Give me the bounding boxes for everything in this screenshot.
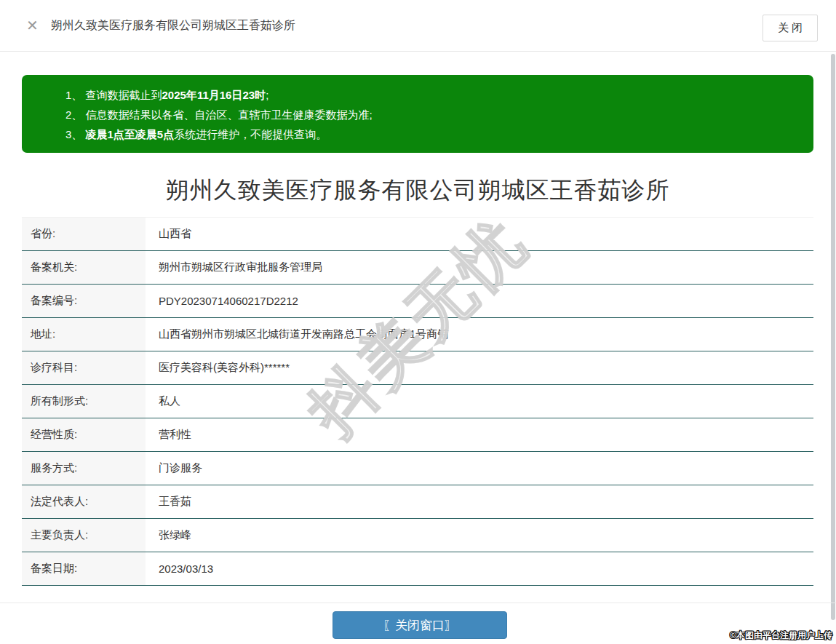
row-value: 营利性 (146, 418, 813, 451)
table-row-filing-authority: 备案机关: 朔州市朔城区行政审批服务管理局 (22, 251, 813, 285)
row-value: PDY20230714060217D2212 (146, 285, 813, 317)
notice-box: 1、 查询数据截止到2025年11月16日23时; 2、 信息数据结果以各省、自… (22, 75, 813, 153)
scrollbar-track[interactable] (830, 52, 836, 644)
row-value: 医疗美容科(美容外科)****** (146, 351, 813, 384)
table-row-filing-number: 备案编号: PDY20230714060217D2212 (22, 285, 813, 318)
table-row-address: 地址: 山西省朔州市朔城区北城街道开发南路总工会街面房1号商铺 (22, 318, 813, 351)
row-value: 朔州市朔城区行政审批服务管理局 (146, 251, 813, 284)
row-label: 服务方式: (22, 452, 146, 485)
row-value: 2023/03/13 (146, 552, 813, 585)
table-row-service-mode: 服务方式: 门诊服务 (22, 452, 813, 485)
info-table: 省份: 山西省 备案机关: 朔州市朔城区行政审批服务管理局 备案编号: PDY2… (22, 217, 813, 586)
table-row-filing-date: 备案日期: 2023/03/13 (22, 552, 813, 586)
table-row-ownership-form: 所有制形式: 私人 (22, 385, 813, 418)
table-row-business-nature: 经营性质: 营利性 (22, 418, 813, 452)
row-value: 山西省朔州市朔城区北城街道开发南路总工会街面房1号商铺 (146, 318, 813, 351)
upload-note: ©本图由平台注册用户上传 (730, 629, 832, 642)
header-title: 朔州久致美医疗服务有限公司朔城区王香茹诊所 (51, 0, 295, 52)
row-label: 地址: (22, 318, 146, 351)
notice-line-2: 2、 信息数据结果以各省、自治区、直辖市卫生健康委数据为准; (65, 105, 799, 124)
row-label: 省份: (22, 218, 146, 250)
table-row-legal-representative: 法定代表人: 王香茹 (22, 485, 813, 519)
row-label: 经营性质: (22, 418, 146, 451)
footer-divider (0, 603, 836, 603)
table-row-treatment-subjects: 诊疗科目: 医疗美容科(美容外科)****** (22, 351, 813, 385)
row-value: 张绿峰 (146, 519, 813, 552)
scrollbar-thumb[interactable] (831, 54, 835, 620)
row-label: 所有制形式: (22, 385, 146, 418)
close-x-icon[interactable]: ✕ (26, 17, 39, 33)
table-row-province: 省份: 山西省 (22, 218, 813, 251)
close-window-button[interactable]: 〖关闭窗口〗 (333, 611, 507, 639)
header-bar: ✕ 朔州久致美医疗服务有限公司朔城区王香茹诊所 关 闭 (0, 0, 836, 52)
row-value: 门诊服务 (146, 452, 813, 485)
row-label: 诊疗科目: (22, 351, 146, 384)
row-label: 法定代表人: (22, 485, 146, 518)
row-value: 私人 (146, 385, 813, 418)
row-label: 备案日期: (22, 552, 146, 585)
row-label: 备案编号: (22, 285, 146, 317)
notice-line-3: 3、 凌晨1点至凌晨5点系统进行维护，不能提供查询。 (65, 124, 799, 144)
table-row-main-person-in-charge: 主要负责人: 张绿峰 (22, 519, 813, 552)
row-label: 备案机关: (22, 251, 146, 284)
close-button[interactable]: 关 闭 (763, 15, 818, 41)
row-value: 王香茹 (146, 485, 813, 518)
row-label: 主要负责人: (22, 519, 146, 552)
page-title: 朔州久致美医疗服务有限公司朔城区王香茹诊所 (22, 175, 813, 207)
row-value: 山西省 (146, 218, 813, 250)
notice-line-1: 1、 查询数据截止到2025年11月16日23时; (65, 85, 799, 105)
